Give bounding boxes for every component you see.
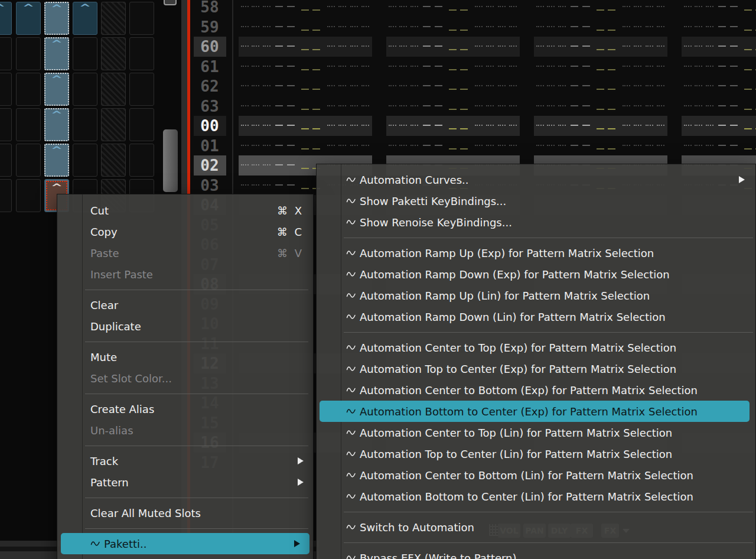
menu-separator xyxy=(344,542,753,543)
note-cell-mark xyxy=(241,184,249,186)
menu-item-clear-all-muted-slots[interactable]: Clear All Muted Slots xyxy=(57,502,313,524)
matrix-cell-r1c2[interactable]: ^ xyxy=(44,37,69,70)
menu-item-copy[interactable]: Copy⌘ C xyxy=(57,221,313,242)
note-cell-mark xyxy=(634,6,641,7)
note-cell-mark xyxy=(475,105,483,106)
matrix-scrollbar-thumb[interactable] xyxy=(163,129,178,192)
note-cell-mark xyxy=(706,66,713,67)
menu-item-paste[interactable]: Paste⌘ V xyxy=(57,242,313,264)
sine-wave-icon xyxy=(346,197,356,205)
menu-item-automation-ramp-down-lin-for-pattern-matrix-selection[interactable]: Automation Ramp Down (Lin) for Pattern M… xyxy=(317,306,755,327)
matrix-cell-r3c5[interactable] xyxy=(129,108,154,141)
note-cell-mark xyxy=(684,26,692,27)
menu-item-clear[interactable]: Clear xyxy=(57,294,313,316)
matrix-cell-r1c5[interactable] xyxy=(129,37,154,70)
note-cell-mark xyxy=(498,105,506,106)
menu-item-switch-to-automation[interactable]: Switch to Automation xyxy=(317,516,755,538)
note-cell-mark xyxy=(597,89,604,90)
note-cell-mark xyxy=(509,105,517,106)
menu-item-automation-center-to-bottom-exp-for-pattern-matrix-selection[interactable]: Automation Center to Bottom (Exp) for Pa… xyxy=(317,379,755,401)
matrix-cell-r0c5[interactable] xyxy=(129,2,154,35)
matrix-cell-r1c4[interactable] xyxy=(101,37,126,70)
menu-item-automation-bottom-to-center-exp-for-pattern-matrix-selection[interactable]: Automation Bottom to Center (Exp) for Pa… xyxy=(320,401,750,422)
menu-item-create-alias[interactable]: Create Alias xyxy=(57,398,313,420)
track-4-row xyxy=(682,0,756,17)
note-cell-mark xyxy=(327,46,335,47)
matrix-cell-r2c0[interactable] xyxy=(0,73,12,106)
note-cell-mark xyxy=(558,125,566,126)
matrix-cell-r1c1[interactable] xyxy=(16,37,41,70)
matrix-cell-r0c3[interactable]: ^ xyxy=(73,2,97,35)
matrix-cell-r3c4[interactable] xyxy=(101,108,126,141)
menu-item-show-paketti-keybindings[interactable]: Show Paketti KeyBindings... xyxy=(317,190,755,212)
menu-item-paketti[interactable]: Paketti.. xyxy=(61,533,309,554)
matrix-cell-r1c3[interactable] xyxy=(73,37,97,70)
note-cell-mark xyxy=(435,145,442,146)
menu-item-set-slot-color[interactable]: Set Slot Color... xyxy=(57,368,313,389)
menu-item-automation-curves[interactable]: Automation Curves.. xyxy=(317,169,755,190)
note-cell-mark xyxy=(657,145,664,146)
matrix-cell-r5c1[interactable] xyxy=(16,179,41,212)
menu-item-track[interactable]: Track xyxy=(57,450,313,472)
matrix-cell-r1c0[interactable] xyxy=(0,37,12,70)
note-cell-mark xyxy=(486,26,494,27)
row-number: 63 xyxy=(190,96,229,116)
matrix-cell-r4c4[interactable] xyxy=(101,144,126,177)
menu-item-automation-center-to-bottom-lin-for-pattern-matrix-selection[interactable]: Automation Center to Bottom (Lin) for Pa… xyxy=(317,464,755,486)
matrix-cell-r4c0[interactable] xyxy=(0,144,12,177)
menu-item-automation-center-to-top-lin-for-pattern-matrix-selection[interactable]: Automation Center to Top (Lin) for Patte… xyxy=(317,422,755,443)
note-cell-mark xyxy=(597,49,604,50)
matrix-cell-r4c5[interactable] xyxy=(129,144,154,177)
menu-separator xyxy=(85,498,308,498)
sine-wave-icon xyxy=(346,554,356,559)
menu-item-automation-bottom-to-center-lin-for-pattern-matrix-selection[interactable]: Automation Bottom to Center (Lin) for Pa… xyxy=(317,486,755,507)
menu-item-bypass-efx-write-to-pattern[interactable]: Bypass EFX (Write to Pattern) xyxy=(317,547,755,559)
matrix-cell-r2c3[interactable] xyxy=(73,73,97,106)
menu-item-pattern[interactable]: Pattern xyxy=(57,472,313,493)
matrix-cell-r3c3[interactable] xyxy=(73,108,97,141)
matrix-cell-r0c4[interactable] xyxy=(101,2,126,35)
matrix-cell-r4c1[interactable] xyxy=(16,144,41,177)
menu-item-mute[interactable]: Mute xyxy=(57,346,313,368)
note-cell-mark xyxy=(350,105,358,106)
matrix-cell-r0c1[interactable]: ^ xyxy=(16,2,41,35)
menu-item-show-renoise-keybindings[interactable]: Show Renoise KeyBindings... xyxy=(317,212,755,233)
track-1-row xyxy=(239,17,372,37)
menu-item-automation-ramp-up-exp-for-pattern-matrix-selection[interactable]: Automation Ramp Up (Exp) for Pattern Mat… xyxy=(317,242,755,264)
note-cell-mark xyxy=(718,145,726,146)
menu-item-label: Show Paketti KeyBindings... xyxy=(360,195,506,207)
menu-item-automation-top-to-center-lin-for-pattern-matrix-selection[interactable]: Automation Top to Center (Lin) for Patte… xyxy=(317,443,755,464)
note-cell-mark xyxy=(486,85,494,86)
menu-item-label: Set Slot Color... xyxy=(90,372,172,385)
menu-item-un-alias[interactable]: Un-alias xyxy=(57,420,313,441)
loop-button[interactable] xyxy=(164,0,177,5)
renoise-app-window: ^^^^^^^^^ 585960616263000102030405060708… xyxy=(0,0,756,559)
menu-item-automation-ramp-up-lin-for-pattern-matrix-selection[interactable]: Automation Ramp Up (Lin) for Pattern Mat… xyxy=(317,285,755,306)
note-cell-mark xyxy=(547,66,555,67)
matrix-cell-r4c2[interactable]: ^ xyxy=(44,144,69,177)
matrix-cell-r0c2[interactable]: ^ xyxy=(44,2,69,35)
menu-item-duplicate[interactable]: Duplicate xyxy=(57,316,313,337)
note-cell-mark xyxy=(623,105,630,106)
note-cell-mark xyxy=(399,105,407,106)
matrix-cell-r3c0[interactable] xyxy=(0,108,12,141)
matrix-cell-r2c5[interactable] xyxy=(129,73,154,106)
matrix-cell-r3c1[interactable] xyxy=(16,108,41,141)
note-cell-mark xyxy=(536,125,544,126)
note-cell-mark xyxy=(730,6,738,7)
matrix-cell-r3c2[interactable]: ^ xyxy=(44,108,69,141)
matrix-cell-r5c0[interactable] xyxy=(0,179,12,212)
menu-item-label: Automation Bottom to Center (Lin) for Pa… xyxy=(360,490,693,503)
track-1-row xyxy=(239,37,372,57)
matrix-cell-r2c2[interactable]: ^ xyxy=(44,73,69,106)
menu-item-cut[interactable]: Cut⌘ X xyxy=(57,200,313,221)
menu-item-automation-top-to-center-exp-for-pattern-matrix-selection[interactable]: Automation Top to Center (Exp) for Patte… xyxy=(317,358,755,379)
matrix-cell-r2c1[interactable] xyxy=(16,73,41,106)
note-cell-mark xyxy=(536,66,544,67)
menu-item-automation-center-to-top-exp-for-pattern-matrix-selection[interactable]: Automation Center to Top (Exp) for Patte… xyxy=(317,337,755,358)
note-cell-mark xyxy=(312,69,320,70)
matrix-cell-r2c4[interactable] xyxy=(101,73,126,106)
matrix-cell-r4c3[interactable] xyxy=(73,144,97,177)
menu-item-insert-paste[interactable]: Insert Paste xyxy=(57,264,313,285)
menu-item-automation-ramp-down-exp-for-pattern-matrix-selection[interactable]: Automation Ramp Down (Exp) for Pattern M… xyxy=(317,264,755,285)
